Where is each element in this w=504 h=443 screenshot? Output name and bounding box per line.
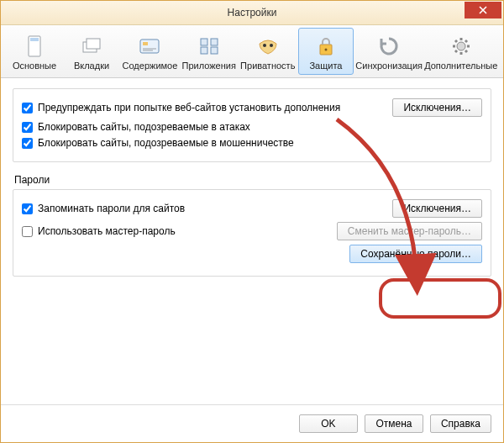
svg-rect-9 xyxy=(211,47,218,54)
tab-content[interactable]: Содержимое xyxy=(121,28,179,75)
svg-rect-4 xyxy=(140,40,159,53)
security-group: Предупреждать при попытке веб-сайтов уст… xyxy=(13,88,491,162)
annotation-highlight xyxy=(379,278,501,319)
cancel-button[interactable]: Отмена xyxy=(365,414,423,433)
general-icon xyxy=(25,34,44,59)
addons-exceptions-button[interactable]: Исключения… xyxy=(392,98,482,117)
privacy-mask-icon xyxy=(258,34,278,59)
window-title: Настройки xyxy=(1,7,503,18)
passwords-group: Запоминать пароли для сайтов Исключения…… xyxy=(13,189,491,277)
title-bar: Настройки xyxy=(1,1,503,25)
content-area: Предупреждать при попытке веб-сайтов уст… xyxy=(1,78,503,404)
change-master-password-button[interactable]: Сменить мастер-пароль… xyxy=(337,222,482,240)
tab-advanced[interactable]: Дополнительные xyxy=(424,28,497,75)
block-attack-input[interactable] xyxy=(22,122,33,133)
tab-applications[interactable]: Приложения xyxy=(181,28,238,75)
help-button[interactable]: Справка xyxy=(430,414,491,433)
gear-icon xyxy=(451,34,471,59)
lock-icon xyxy=(317,34,335,59)
block-fraud-input[interactable] xyxy=(22,138,33,149)
svg-rect-8 xyxy=(201,47,207,54)
tabs-icon xyxy=(81,34,102,59)
use-master-password-input[interactable] xyxy=(22,226,33,237)
close-button[interactable] xyxy=(465,2,501,18)
tab-tabs[interactable]: Вкладки xyxy=(64,28,119,75)
dialog-footer: OK Отмена Справка xyxy=(1,404,503,442)
ok-button[interactable]: OK xyxy=(299,414,358,433)
svg-point-13 xyxy=(324,49,327,51)
svg-point-14 xyxy=(457,42,465,50)
svg-rect-6 xyxy=(201,39,207,45)
svg-rect-5 xyxy=(143,42,148,45)
remember-passwords-input[interactable] xyxy=(22,203,33,214)
warn-addons-input[interactable] xyxy=(22,103,33,113)
svg-rect-1 xyxy=(30,38,39,41)
remember-passwords-checkbox[interactable]: Запоминать пароли для сайтов xyxy=(22,203,185,214)
settings-window: Настройки Основные Вкладки Содержимое xyxy=(0,0,504,443)
sync-icon xyxy=(379,34,399,59)
applications-icon xyxy=(199,34,219,59)
block-attack-checkbox[interactable]: Блокировать сайты, подозреваемые в атака… xyxy=(22,121,250,133)
svg-rect-7 xyxy=(211,39,218,45)
svg-point-11 xyxy=(270,44,273,47)
use-master-password-checkbox[interactable]: Использовать мастер-пароль xyxy=(22,225,176,237)
svg-rect-3 xyxy=(87,39,100,49)
saved-passwords-button[interactable]: Сохранённые пароли… xyxy=(349,245,482,263)
tab-security[interactable]: Защита xyxy=(298,28,354,75)
passwords-heading: Пароли xyxy=(14,174,491,186)
block-fraud-checkbox[interactable]: Блокировать сайты, подозреваемые в мошен… xyxy=(22,137,294,149)
svg-point-10 xyxy=(263,44,266,47)
tab-general[interactable]: Основные xyxy=(7,28,62,75)
tab-sync[interactable]: Синхронизация xyxy=(355,28,423,75)
tab-privacy[interactable]: Приватность xyxy=(239,28,297,75)
warn-addons-checkbox[interactable]: Предупреждать при попытке веб-сайтов уст… xyxy=(22,102,340,113)
content-icon xyxy=(139,34,160,59)
password-exceptions-button[interactable]: Исключения… xyxy=(392,199,482,218)
category-toolbar: Основные Вкладки Содержимое Приложения П… xyxy=(1,25,503,78)
